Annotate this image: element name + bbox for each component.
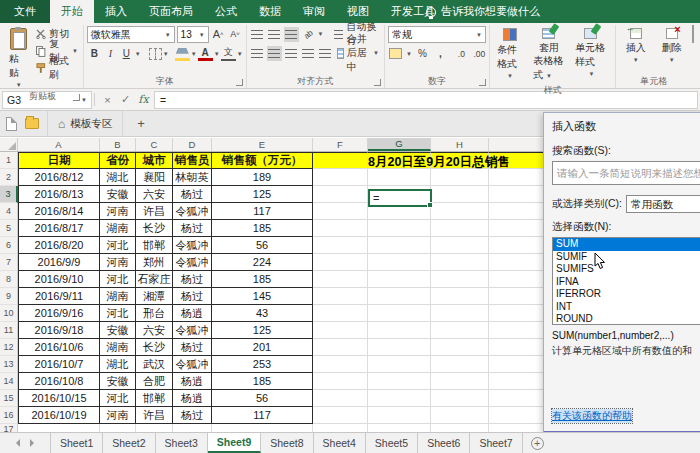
cell-sales[interactable]: 117 — [212, 407, 313, 424]
row-number[interactable]: 14 — [0, 373, 18, 390]
cell-empty[interactable] — [368, 356, 431, 373]
top-align-button[interactable] — [250, 27, 265, 42]
percent-style-button[interactable]: % — [415, 46, 430, 61]
cell-empty[interactable] — [368, 254, 431, 271]
category-select[interactable]: 常用函数 — [626, 195, 700, 213]
sheet-tab[interactable]: Sheet8 — [261, 433, 313, 453]
ribbon-tab[interactable]: 开始 — [50, 0, 94, 23]
function-help-link[interactable]: 有关该函数的帮助 — [552, 409, 632, 423]
row-number[interactable]: 8 — [0, 271, 18, 288]
shrink-font-button[interactable]: A˅ — [228, 26, 243, 41]
paste-button[interactable]: 粘贴 ▼ — [5, 26, 32, 90]
cell-province[interactable]: 湖南 — [100, 339, 136, 356]
cell-province[interactable]: 安徽 — [100, 373, 136, 390]
row-number[interactable]: 9 — [0, 288, 18, 305]
cell-city[interactable]: 襄阳 — [136, 169, 173, 186]
row-number[interactable]: 13 — [0, 356, 18, 373]
cell-sales[interactable]: 253 — [212, 356, 313, 373]
dialog-launcher-icon[interactable] — [374, 79, 381, 86]
cell-province[interactable]: 湖南 — [100, 288, 136, 305]
cell-city[interactable]: 许昌 — [136, 407, 173, 424]
middle-align-button[interactable] — [267, 27, 282, 42]
cell-city[interactable]: 长沙 — [136, 339, 173, 356]
number-format-combo[interactable]: 常规▼ — [388, 26, 486, 43]
cell-province[interactable]: 河北 — [100, 237, 136, 254]
search-function-input[interactable]: 请输入一条简短说明来描述您想做什么， — [552, 161, 700, 185]
enter-button[interactable]: ✓ — [117, 93, 134, 106]
cell-province[interactable]: 河南 — [100, 203, 136, 220]
header-cell-city[interactable]: 城市 — [136, 152, 173, 169]
cell-city[interactable]: 六安 — [136, 322, 173, 339]
header-cell-sales[interactable]: 销售额（万元） — [212, 152, 313, 169]
cell-salesperson[interactable]: 林朝英 — [173, 169, 212, 186]
ribbon-tab[interactable]: 审阅 — [292, 0, 336, 23]
cell-empty[interactable] — [313, 373, 368, 390]
cell-empty[interactable] — [368, 237, 431, 254]
cell-date[interactable]: 2016/9/18 — [18, 322, 100, 339]
cell-empty[interactable] — [313, 203, 368, 220]
column-header[interactable]: G — [368, 138, 431, 151]
decrease-indent-button[interactable] — [301, 46, 316, 61]
tell-me-box[interactable]: 告诉我你想要做什么 — [426, 4, 540, 19]
row-number[interactable]: 6 — [0, 237, 18, 254]
cell-empty[interactable] — [368, 407, 431, 424]
column-header[interactable]: E — [212, 138, 313, 151]
cell-empty[interactable] — [313, 390, 368, 407]
accounting-format-button[interactable] — [388, 46, 403, 61]
bold-button[interactable]: B — [87, 46, 102, 61]
cell-empty[interactable] — [368, 390, 431, 407]
column-header[interactable]: D — [173, 138, 212, 151]
cell-empty[interactable] — [431, 407, 489, 424]
italic-button[interactable]: I — [103, 46, 118, 61]
next-sheet-arrow[interactable] — [30, 439, 38, 447]
cell-empty[interactable] — [431, 186, 489, 203]
row-number[interactable]: 10 — [0, 305, 18, 322]
cell-sales[interactable]: 125 — [212, 322, 313, 339]
cell-province[interactable]: 湖南 — [100, 220, 136, 237]
row-number[interactable]: 16 — [0, 407, 18, 424]
row-number[interactable]: 7 — [0, 254, 18, 271]
cell-date[interactable]: 2016/8/14 — [18, 203, 100, 220]
cell-city[interactable]: 许昌 — [136, 203, 173, 220]
cell-date[interactable]: 2016/9/9 — [18, 254, 100, 271]
cell-empty[interactable] — [313, 220, 368, 237]
cell-empty[interactable] — [431, 339, 489, 356]
function-list-item[interactable]: INT — [553, 301, 700, 314]
sheet-tab[interactable]: Sheet1 — [50, 433, 103, 453]
cell-date[interactable]: 2016/8/13 — [18, 186, 100, 203]
cell-province[interactable]: 河北 — [100, 390, 136, 407]
cell-empty[interactable] — [431, 356, 489, 373]
sheet-tab[interactable]: Sheet6 — [418, 433, 470, 453]
active-cell-g3[interactable]: = — [368, 189, 432, 207]
cell-date[interactable]: 2016/10/6 — [18, 339, 100, 356]
cell-sales[interactable]: 56 — [212, 390, 313, 407]
dialog-title[interactable]: 插入函数 — [552, 119, 700, 134]
ribbon-tab[interactable]: 公式 — [204, 0, 248, 23]
cell-salesperson[interactable]: 令狐冲 — [173, 356, 212, 373]
format-painter-button[interactable]: 格式刷 — [34, 60, 79, 76]
cell-salesperson[interactable]: 令狐冲 — [173, 254, 212, 271]
cell-empty[interactable] — [431, 203, 489, 220]
cancel-button[interactable]: × — [99, 94, 116, 106]
increase-decimal-button[interactable]: .0 — [454, 46, 469, 61]
cell-styles-button[interactable]: 单元格样式 ▼ — [571, 26, 612, 79]
cell-date[interactable]: 2016/10/19 — [18, 407, 100, 424]
open-folder-icon[interactable] — [25, 118, 39, 129]
center-align-button[interactable] — [267, 46, 282, 61]
cell-salesperson[interactable]: 杨过 — [173, 271, 212, 288]
new-tab-button[interactable]: + — [131, 116, 151, 131]
cell-salesperson[interactable]: 杨过 — [173, 288, 212, 305]
row-number[interactable]: 15 — [0, 390, 18, 407]
sheet-tab[interactable]: Sheet3 — [156, 433, 208, 453]
cell-city[interactable]: 石家庄 — [136, 271, 173, 288]
cell-empty[interactable] — [431, 390, 489, 407]
new-document-icon[interactable] — [6, 117, 17, 131]
sheet-tab[interactable]: Sheet2 — [103, 433, 155, 453]
chevron-down-icon[interactable]: ▼ — [135, 51, 141, 57]
cell-city[interactable]: 合肥 — [136, 373, 173, 390]
chevron-down-icon[interactable]: ▼ — [406, 51, 412, 57]
sheet-tab[interactable]: Sheet4 — [314, 433, 366, 453]
column-header[interactable]: A — [18, 138, 100, 151]
grow-font-button[interactable]: A˄ — [211, 26, 226, 41]
cell-city[interactable]: 六安 — [136, 186, 173, 203]
